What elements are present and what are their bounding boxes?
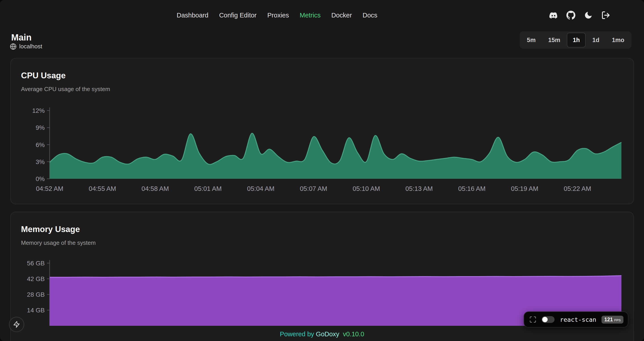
moon-icon[interactable] xyxy=(584,11,593,20)
svg-text:04:55 AM: 04:55 AM xyxy=(89,185,116,192)
svg-text:28 GB: 28 GB xyxy=(27,291,45,298)
inspect-icon[interactable] xyxy=(530,316,536,323)
svg-text:6%: 6% xyxy=(36,141,45,148)
time-range-15m[interactable]: 15m xyxy=(542,33,566,48)
svg-text:3%: 3% xyxy=(36,158,45,165)
svg-text:05:22 AM: 05:22 AM xyxy=(564,185,591,192)
footer: Powered by GoDoxy v0.10.0 xyxy=(0,330,644,338)
fps-badge: 121 FPS xyxy=(602,316,624,323)
logout-icon[interactable] xyxy=(601,11,610,20)
svg-text:12%: 12% xyxy=(32,107,45,114)
svg-text:05:04 AM: 05:04 AM xyxy=(247,185,274,192)
svg-text:05:16 AM: 05:16 AM xyxy=(458,185,486,192)
version-label: v0.10.0 xyxy=(343,330,364,338)
discord-icon[interactable] xyxy=(549,11,558,20)
top-nav-bar: DashboardConfig EditorProxiesMetricsDock… xyxy=(0,0,644,31)
nav-item-docs[interactable]: Docs xyxy=(363,12,378,19)
cpu-usage-card: CPU Usage Average CPU usage of the syste… xyxy=(10,58,634,204)
globe-icon xyxy=(10,43,16,50)
svg-text:05:13 AM: 05:13 AM xyxy=(406,185,433,192)
time-range-selector: 5m15m1h1d1mo xyxy=(520,31,632,49)
header-icons xyxy=(549,0,610,31)
lightning-icon xyxy=(13,321,20,328)
cpu-usage-chart[interactable]: 0%3%6%9%12%04:52 AM04:55 AM04:58 AM05:01… xyxy=(11,58,634,204)
svg-text:05:07 AM: 05:07 AM xyxy=(300,185,327,192)
react-scan-label: react-scan xyxy=(560,316,596,323)
time-range-1h[interactable]: 1h xyxy=(567,33,586,48)
fps-value: 121 xyxy=(604,317,613,323)
page-title: Main xyxy=(11,33,32,43)
react-scan-toggle[interactable] xyxy=(542,316,554,323)
host-label: localhost xyxy=(19,43,42,50)
powered-by-text: Powered by xyxy=(280,330,314,338)
host-row: localhost xyxy=(10,43,42,50)
time-range-1mo[interactable]: 1mo xyxy=(606,33,630,48)
react-scan-toolbar: react-scan 121 FPS xyxy=(524,311,628,327)
svg-text:05:01 AM: 05:01 AM xyxy=(194,185,222,192)
nav-item-metrics[interactable]: Metrics xyxy=(300,12,320,19)
nav-item-proxies[interactable]: Proxies xyxy=(268,12,289,19)
svg-text:04:58 AM: 04:58 AM xyxy=(142,185,169,192)
godoxy-link[interactable]: GoDoxy xyxy=(316,330,340,338)
svg-text:0%: 0% xyxy=(36,175,45,182)
svg-text:05:10 AM: 05:10 AM xyxy=(353,185,380,192)
nav-item-docker[interactable]: Docker xyxy=(332,12,352,19)
fps-unit: FPS xyxy=(614,318,621,322)
svg-text:9%: 9% xyxy=(36,124,45,131)
time-range-1d[interactable]: 1d xyxy=(586,33,605,48)
nav-item-dashboard[interactable]: Dashboard xyxy=(177,12,208,19)
time-range-5m[interactable]: 5m xyxy=(521,33,541,48)
toggle-knob xyxy=(542,317,548,322)
main-nav: DashboardConfig EditorProxiesMetricsDock… xyxy=(177,0,378,31)
svg-text:42 GB: 42 GB xyxy=(27,275,45,282)
github-icon[interactable] xyxy=(566,11,576,20)
quick-actions-button[interactable] xyxy=(9,317,24,332)
svg-text:04:52 AM: 04:52 AM xyxy=(36,185,64,192)
svg-text:05:19 AM: 05:19 AM xyxy=(511,185,538,192)
app-root: DashboardConfig EditorProxiesMetricsDock… xyxy=(0,0,644,341)
nav-item-config-editor[interactable]: Config Editor xyxy=(219,12,257,19)
svg-text:14 GB: 14 GB xyxy=(27,307,45,314)
svg-text:56 GB: 56 GB xyxy=(27,260,45,267)
